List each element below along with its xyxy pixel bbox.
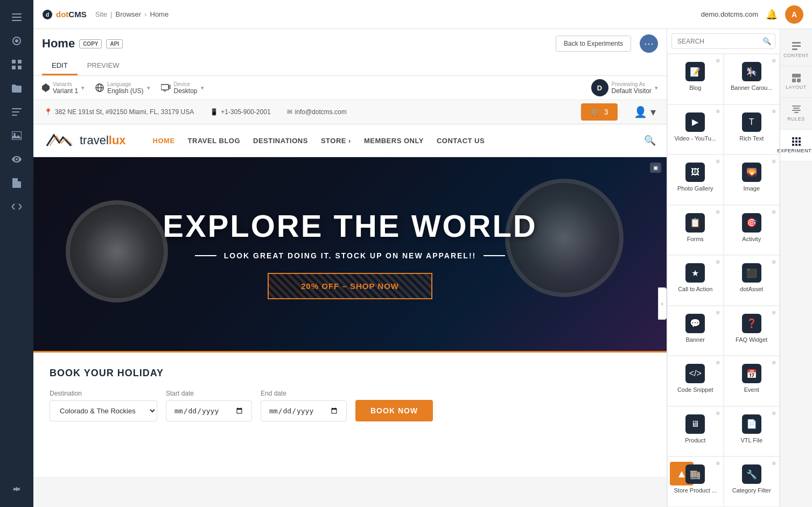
svg-rect-10 bbox=[12, 111, 19, 112]
dotasset-label: dotAsset bbox=[740, 286, 763, 293]
device-selector[interactable]: Device Desktop ▾ bbox=[161, 81, 204, 95]
eye-icon[interactable] bbox=[6, 149, 27, 170]
component-item-activity[interactable]: ⊕🎯Activity bbox=[724, 205, 780, 256]
banner-carousel-expand-icon[interactable]: ⊕ bbox=[772, 58, 776, 64]
component-item-banner[interactable]: ⊕💬Banner bbox=[667, 306, 724, 356]
faq-widget-expand-icon[interactable]: ⊕ bbox=[772, 309, 776, 315]
call-to-action-expand-icon[interactable]: ⊕ bbox=[716, 259, 720, 265]
booking-form: Destination Colorado & The Rockies Start… bbox=[50, 390, 650, 421]
site-search-icon[interactable]: 🔍 bbox=[644, 135, 656, 146]
dashboard-icon[interactable] bbox=[6, 30, 27, 52]
component-item-blog[interactable]: ⊕📝Blog bbox=[667, 54, 724, 104]
edit-tab[interactable]: EDIT bbox=[42, 57, 78, 75]
far-tab-experiments[interactable]: EXPERIMENTS bbox=[780, 130, 812, 161]
far-tab-rules[interactable]: RULES bbox=[780, 98, 812, 130]
grid-icon[interactable] bbox=[6, 54, 27, 75]
rich-text-expand-icon[interactable]: ⊕ bbox=[772, 108, 776, 114]
svg-rect-30 bbox=[792, 110, 801, 111]
settings-icon[interactable] bbox=[6, 479, 27, 501]
image-nav-icon[interactable] bbox=[6, 125, 27, 146]
end-date-input[interactable] bbox=[261, 400, 347, 421]
start-date-input[interactable] bbox=[166, 400, 252, 421]
svg-rect-29 bbox=[793, 108, 800, 109]
component-item-call-to-action[interactable]: ⊕★Call to Action bbox=[667, 255, 724, 306]
code-icon[interactable] bbox=[6, 196, 27, 217]
content-tab-label: CONTENT bbox=[783, 53, 809, 58]
nav-destinations[interactable]: DESTINATIONS bbox=[253, 137, 308, 145]
category-filter-expand-icon[interactable]: ⊕ bbox=[772, 460, 776, 466]
copy-badge[interactable]: COPY bbox=[79, 39, 102, 48]
component-item-banner-carousel[interactable]: ⊕🎠Banner Carou... bbox=[724, 54, 780, 104]
activity-expand-icon[interactable]: ⊕ bbox=[772, 209, 776, 215]
svg-rect-12 bbox=[12, 131, 22, 140]
logo-text: dotCMS bbox=[56, 10, 87, 19]
file-icon[interactable] bbox=[6, 172, 27, 194]
component-item-dotasset[interactable]: ⊕⬛dotAsset bbox=[724, 255, 780, 306]
component-item-event[interactable]: ⊕📅Event bbox=[724, 356, 780, 406]
video-youtube-expand-icon[interactable]: ⊕ bbox=[716, 108, 720, 114]
nav-store[interactable]: STORE › bbox=[321, 137, 351, 145]
hamburger-icon[interactable] bbox=[6, 6, 27, 28]
svg-rect-1 bbox=[12, 17, 22, 18]
nav-travel-blog[interactable]: TRAVEL BLOG bbox=[188, 137, 240, 145]
logo[interactable]: d dotCMS bbox=[42, 9, 87, 20]
blog-expand-icon[interactable]: ⊕ bbox=[716, 58, 720, 64]
hero-content: EXPLORE THE WORLD LOOK GREAT DOING IT. S… bbox=[163, 209, 537, 300]
image-expand-icon[interactable]: ⊕ bbox=[772, 158, 776, 164]
start-date-group: Start date bbox=[166, 390, 252, 421]
preview-tab[interactable]: PREVIEW bbox=[78, 57, 129, 75]
canvas-expand-handle[interactable]: › bbox=[658, 287, 667, 320]
banner-expand-icon[interactable]: ⊕ bbox=[716, 309, 720, 315]
search-icon: 🔍 bbox=[762, 37, 771, 45]
destination-select[interactable]: Colorado & The Rockies bbox=[50, 400, 157, 421]
component-search-input[interactable] bbox=[677, 38, 758, 45]
top-bar: d dotCMS Site | Browser › Home demo.dotc… bbox=[33, 0, 812, 29]
component-item-rich-text[interactable]: ⊕TRich Text bbox=[724, 104, 780, 155]
code-snippet-expand-icon[interactable]: ⊕ bbox=[716, 360, 720, 365]
component-item-video-youtube[interactable]: ⊕▶Video - YouTu... bbox=[667, 104, 724, 155]
far-tab-content[interactable]: CONTENT bbox=[780, 34, 812, 66]
api-badge[interactable]: API bbox=[106, 39, 123, 48]
hero-cta-button[interactable]: 20% OFF – SHOP NOW bbox=[268, 273, 432, 299]
bell-icon[interactable]: 🔔 bbox=[766, 9, 778, 20]
user-account-button[interactable]: 👤 ▾ bbox=[634, 105, 656, 118]
variants-selector[interactable]: Variants Variant 1 ▾ bbox=[42, 81, 85, 95]
banner-carousel-icon: 🎠 bbox=[742, 62, 761, 81]
far-right-tabs: CONTENT LAYOUT RULES EXPERIMENTS bbox=[780, 29, 812, 507]
component-item-code-snippet[interactable]: ⊕</>Code Snippet bbox=[667, 356, 724, 406]
vtl-file-expand-icon[interactable]: ⊕ bbox=[772, 410, 776, 416]
component-item-image[interactable]: ⊕🌄Image bbox=[724, 154, 780, 205]
photo-gallery-expand-icon[interactable]: ⊕ bbox=[716, 158, 720, 164]
store-product-expand-icon[interactable]: ⊕ bbox=[716, 460, 720, 466]
device-labels: Device Desktop bbox=[174, 81, 198, 95]
dotasset-expand-icon[interactable]: ⊕ bbox=[772, 259, 776, 265]
language-selector[interactable]: Language English (US) ▾ bbox=[95, 81, 150, 95]
previewing-selector[interactable]: D Previewing As Default Visitor ▾ bbox=[591, 79, 658, 96]
component-item-product[interactable]: ⊕🖥Product bbox=[667, 406, 724, 457]
back-experiments-button[interactable]: Back to Experiments bbox=[556, 36, 631, 52]
component-item-forms[interactable]: ⊕📋Forms bbox=[667, 205, 724, 256]
component-item-store-product[interactable]: ⊕🏬Store Product ... bbox=[667, 456, 724, 507]
cart-button[interactable]: 🛒 3 bbox=[581, 103, 618, 121]
nav-members[interactable]: MEMBERS ONLY bbox=[364, 137, 424, 145]
component-item-category-filter[interactable]: ⊕🔧Category Filter bbox=[724, 456, 780, 507]
folder-icon[interactable] bbox=[6, 78, 27, 99]
list-icon[interactable] bbox=[6, 101, 27, 123]
hero-section: EXPLORE THE WORLD LOOK GREAT DOING IT. S… bbox=[33, 157, 667, 351]
nav-contact[interactable]: CONTACT US bbox=[437, 137, 485, 145]
component-item-vtl-file[interactable]: ⊕📄VTL File bbox=[724, 406, 780, 457]
more-options-button[interactable]: ⋯ bbox=[640, 34, 658, 53]
far-tab-layout[interactable]: LAYOUT bbox=[780, 66, 812, 98]
component-item-photo-gallery[interactable]: ⊕🖼Photo Gallery bbox=[667, 154, 724, 205]
product-expand-icon[interactable]: ⊕ bbox=[716, 410, 720, 416]
rich-text-label: Rich Text bbox=[739, 135, 764, 142]
editor-topbar: Home COPY API Back to Experiments ⋯ EDIT… bbox=[33, 29, 667, 76]
address-item: 📍 382 NE 191st St, #92150 Miami, FL, 331… bbox=[44, 108, 194, 116]
svg-rect-7 bbox=[12, 66, 16, 69]
nav-home[interactable]: HOME bbox=[153, 137, 175, 145]
event-expand-icon[interactable]: ⊕ bbox=[772, 360, 776, 365]
component-item-faq-widget[interactable]: ⊕❓FAQ Widget bbox=[724, 306, 780, 356]
forms-expand-icon[interactable]: ⊕ bbox=[716, 209, 720, 215]
user-avatar[interactable]: A bbox=[785, 5, 803, 24]
book-now-button[interactable]: BOOK NOW bbox=[355, 400, 433, 421]
